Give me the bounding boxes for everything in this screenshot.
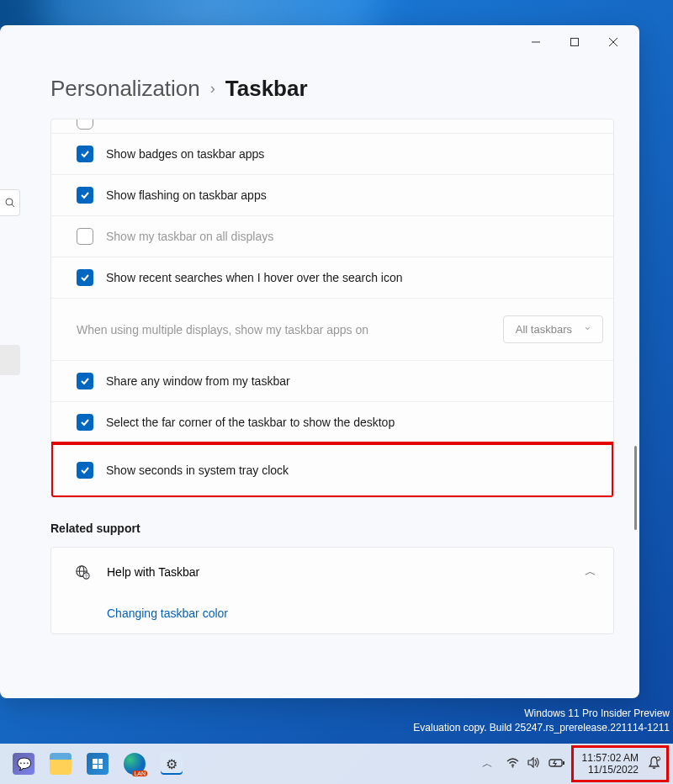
label-all-displays: Show my taskbar on all displays (106, 230, 273, 243)
setting-show-flashing: Show flashing on taskbar apps (51, 175, 613, 216)
setting-show-seconds: Show seconds in system tray clock (51, 443, 613, 497)
chevron-up-icon: ︿ (482, 756, 493, 771)
taskbar-explorer[interactable] (44, 747, 77, 781)
search-button[interactable] (0, 189, 20, 216)
setting-recent-searches: Show recent searches when I hover over t… (51, 257, 613, 299)
watermark-line2: Evaluation copy. Build 25247.rs_prerelea… (413, 721, 670, 735)
battery-icon (548, 758, 565, 771)
tray-clock-highlight: 11:57:02 AM 11/15/2022 z (574, 748, 666, 781)
checkbox-partial[interactable] (77, 119, 93, 130)
edge-icon: LAN (124, 753, 146, 775)
svg-rect-13 (563, 761, 564, 765)
close-button[interactable] (594, 29, 633, 56)
chevron-up-icon: ︿ (585, 564, 596, 580)
breadcrumb-current: Taskbar (225, 76, 308, 102)
wifi-icon (506, 758, 519, 771)
setting-far-corner: Select the far corner of the taskbar to … (51, 402, 613, 443)
checkbox-recent-searches[interactable] (77, 269, 93, 286)
setting-share-window: Share any window from my taskbar (51, 361, 613, 402)
help-link-taskbar-color[interactable]: Changing taskbar color (51, 596, 613, 633)
dropdown-multi-display[interactable]: All taskbars (503, 315, 603, 343)
label-multi-display: When using multiple displays, show my ta… (77, 323, 368, 336)
sidebar-nav-fragment[interactable] (0, 345, 20, 375)
checkbox-flashing[interactable] (77, 187, 93, 204)
label-share-window: Share any window from my taskbar (106, 374, 290, 388)
label-show-seconds: Show seconds in system tray clock (106, 464, 289, 477)
svg-line-5 (12, 204, 14, 207)
watermark-line1: Windows 11 Pro Insider Preview (413, 707, 670, 721)
dropdown-value: All taskbars (516, 323, 572, 336)
gear-icon: ⚙ (161, 753, 183, 775)
svg-point-4 (6, 199, 13, 205)
globe-help-icon: ? (75, 564, 90, 580)
chevron-right-icon: › (210, 80, 215, 98)
taskbar-pinned-apps: 💬 LAN ⚙ (7, 747, 188, 781)
notifications-icon[interactable]: z (647, 755, 661, 772)
search-icon (5, 198, 15, 208)
checkbox-badges[interactable] (77, 146, 93, 162)
system-tray: ︿ 11:57:02 AM 11/15/2022 z (477, 748, 666, 781)
label-recent-searches: Show recent searches when I hover over t… (106, 271, 403, 284)
breadcrumb: Personalization › Taskbar (0, 59, 639, 119)
tray-overflow[interactable]: ︿ (477, 756, 498, 771)
chat-icon: 💬 (13, 753, 34, 775)
help-card: ? Help with Taskbar ︿ Changing taskbar c… (50, 547, 614, 634)
volume-icon (527, 757, 540, 771)
scrollbar[interactable] (634, 446, 637, 530)
checkbox-share-window[interactable] (77, 373, 93, 389)
taskbar-settings[interactable]: ⚙ (155, 747, 188, 781)
setting-show-badges: Show badges on taskbar apps (51, 134, 613, 175)
taskbar-chat[interactable]: 💬 (7, 747, 40, 781)
svg-text:?: ? (85, 574, 87, 579)
taskbar-edge[interactable]: LAN (118, 747, 151, 781)
label-badges: Show badges on taskbar apps (106, 147, 264, 161)
minimize-button[interactable] (517, 29, 555, 56)
tray-quick-settings[interactable] (501, 757, 570, 771)
taskbar: 💬 LAN ⚙ ︿ 11:57:02 AM 11/15/2022 (0, 744, 673, 784)
help-with-taskbar[interactable]: ? Help with Taskbar ︿ (51, 548, 613, 596)
tray-clock[interactable]: 11:57:02 AM 11/15/2022 (579, 750, 642, 778)
checkbox-all-displays[interactable] (77, 228, 93, 245)
tray-time: 11:57:02 AM (582, 752, 639, 764)
related-support-heading: Related support (50, 522, 614, 535)
settings-window: Personalization › Taskbar Show badges on… (0, 25, 639, 698)
taskbar-store[interactable] (81, 747, 114, 781)
checkbox-show-seconds[interactable] (77, 462, 93, 479)
store-icon (87, 753, 109, 775)
maximize-button[interactable] (555, 29, 594, 56)
settings-content: Show badges on taskbar apps Show flashin… (0, 119, 639, 634)
label-far-corner: Select the far corner of the taskbar to … (106, 416, 395, 429)
label-flashing: Show flashing on taskbar apps (106, 188, 267, 202)
help-label: Help with Taskbar (107, 565, 199, 579)
titlebar (0, 25, 639, 59)
svg-text:z: z (658, 757, 660, 761)
folder-icon (50, 753, 72, 775)
svg-point-11 (511, 765, 513, 767)
taskbar-behaviors-card: Show badges on taskbar apps Show flashin… (50, 119, 614, 498)
desktop-watermark: Windows 11 Pro Insider Preview Evaluatio… (413, 707, 670, 735)
svg-rect-1 (571, 39, 579, 46)
setting-multi-display: When using multiple displays, show my ta… (51, 299, 613, 361)
tray-date: 11/15/2022 (582, 764, 639, 776)
setting-all-displays: Show my taskbar on all displays (51, 216, 613, 257)
checkbox-far-corner[interactable] (77, 414, 93, 431)
breadcrumb-parent[interactable]: Personalization (50, 76, 200, 102)
